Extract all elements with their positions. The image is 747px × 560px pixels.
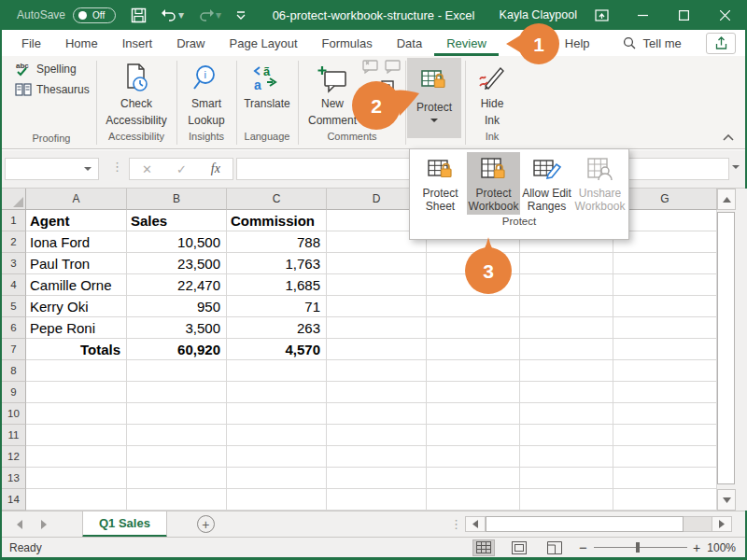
cell-G14[interactable] — [613, 489, 717, 511]
cell-C13[interactable] — [227, 468, 327, 489]
cell-G8[interactable] — [613, 360, 717, 382]
cell-C9[interactable] — [227, 382, 327, 403]
menu-item-allow-edit-ranges[interactable]: Allow Edit Ranges — [520, 152, 573, 215]
row-header-10[interactable]: 10 — [2, 403, 26, 425]
cell-G6[interactable] — [613, 317, 717, 339]
cell-G12[interactable] — [613, 446, 717, 468]
cell-E9[interactable] — [427, 382, 520, 403]
smart-lookup-button[interactable]: i Smart Lookup — [177, 60, 235, 136]
tab-file[interactable]: File — [9, 30, 53, 56]
thesaurus-button[interactable]: Thesaurus — [15, 80, 95, 99]
cell-A8[interactable] — [26, 360, 127, 382]
tell-me-box[interactable]: Tell me — [623, 36, 682, 50]
cell-F12[interactable] — [520, 446, 613, 468]
cell-C1[interactable]: Commission — [227, 210, 327, 231]
cell-G5[interactable] — [613, 296, 717, 317]
cell-A9[interactable] — [26, 382, 127, 403]
cell-F14[interactable] — [520, 489, 613, 511]
cell-F3[interactable] — [520, 253, 613, 274]
cell-D7[interactable] — [327, 339, 427, 360]
undo-caret-icon[interactable]: ▾ — [178, 8, 184, 21]
cell-E7[interactable] — [427, 339, 520, 360]
cell-A7[interactable]: Totals — [26, 339, 127, 360]
cell-D10[interactable] — [327, 403, 427, 425]
scroll-right-button[interactable] — [712, 516, 732, 532]
expand-formula-bar-icon[interactable] — [732, 165, 740, 169]
share-button[interactable] — [706, 33, 736, 54]
cell-C5[interactable]: 71 — [227, 296, 327, 317]
cell-C7[interactable]: 4,570 — [227, 339, 327, 360]
name-box-caret-icon[interactable] — [84, 167, 92, 171]
cell-A14[interactable] — [26, 489, 127, 511]
row-header-4[interactable]: 4 — [2, 274, 26, 296]
row-header-14[interactable]: 14 — [2, 489, 26, 511]
cell-B1[interactable]: Sales — [127, 210, 227, 231]
cancel-entry-icon[interactable]: ✕ — [142, 162, 152, 176]
cell-F5[interactable] — [520, 296, 613, 317]
cell-E10[interactable] — [427, 403, 520, 425]
column-header-A[interactable]: A — [26, 189, 127, 210]
cell-F8[interactable] — [520, 360, 613, 382]
select-all-corner[interactable] — [2, 189, 26, 210]
row-header-5[interactable]: 5 — [2, 296, 26, 317]
close-button[interactable] — [704, 0, 745, 30]
formula-bar-grip[interactable]: ⋮ — [111, 160, 124, 174]
cell-D9[interactable] — [327, 382, 427, 403]
cell-F11[interactable] — [520, 425, 613, 446]
cell-D11[interactable] — [327, 425, 427, 446]
normal-view-button[interactable] — [472, 539, 495, 556]
cell-B10[interactable] — [127, 403, 227, 425]
horizontal-scroll-track[interactable] — [684, 516, 712, 532]
previous-comment-button[interactable] — [385, 60, 402, 77]
cell-B12[interactable] — [127, 446, 227, 468]
cell-E5[interactable] — [427, 296, 520, 317]
cell-C14[interactable] — [227, 489, 327, 511]
menu-item-protect-sheet[interactable]: Protect Sheet — [414, 152, 467, 215]
cell-C11[interactable] — [227, 425, 327, 446]
cell-D14[interactable] — [327, 489, 427, 511]
cell-C10[interactable] — [227, 403, 327, 425]
user-name[interactable]: Kayla Claypool — [500, 8, 577, 21]
cell-A13[interactable] — [26, 468, 127, 489]
cell-C2[interactable]: 788 — [227, 231, 327, 253]
cell-F4[interactable] — [520, 274, 613, 296]
cell-D8[interactable] — [327, 360, 427, 382]
cell-D6[interactable] — [327, 317, 427, 339]
maximize-button[interactable] — [663, 0, 704, 30]
cell-E12[interactable] — [427, 446, 520, 468]
cell-A12[interactable] — [26, 446, 127, 468]
cell-F6[interactable] — [520, 317, 613, 339]
tab-draw[interactable]: Draw — [164, 30, 217, 56]
cell-E11[interactable] — [427, 425, 520, 446]
cell-G3[interactable] — [613, 253, 717, 274]
row-header-7[interactable]: 7 — [2, 339, 26, 360]
translate-button[interactable]: ã a Translate — [237, 60, 297, 136]
cell-B8[interactable] — [127, 360, 227, 382]
row-header-1[interactable]: 1 — [2, 210, 26, 231]
tab-page-layout[interactable]: Page Layout — [218, 30, 310, 56]
cell-C3[interactable]: 1,763 — [227, 253, 327, 274]
cell-F7[interactable] — [520, 339, 613, 360]
save-button[interactable] — [131, 7, 147, 23]
vertical-scrollbar[interactable] — [717, 189, 736, 511]
cell-B14[interactable] — [127, 489, 227, 511]
cell-G13[interactable] — [613, 468, 717, 489]
spelling-button[interactable]: abc Spelling — [15, 60, 95, 78]
tab-formulas[interactable]: Formulas — [310, 30, 385, 56]
tab-data[interactable]: Data — [385, 30, 434, 56]
page-break-preview-button[interactable] — [543, 539, 566, 556]
row-header-12[interactable]: 12 — [2, 446, 26, 468]
vertical-scroll-track[interactable] — [717, 210, 736, 489]
zoom-slider-thumb[interactable] — [636, 542, 640, 553]
zoom-in-button[interactable]: + — [693, 540, 700, 555]
next-sheet-icon[interactable] — [41, 520, 47, 529]
cell-B4[interactable]: 22,470 — [127, 274, 227, 296]
cell-E14[interactable] — [427, 489, 520, 511]
cell-D12[interactable] — [327, 446, 427, 468]
cell-G11[interactable] — [613, 425, 717, 446]
cell-A10[interactable] — [26, 403, 127, 425]
autosave-toggle[interactable]: Off — [73, 7, 116, 23]
horizontal-scroll-thumb[interactable] — [486, 516, 684, 532]
cell-G9[interactable] — [613, 382, 717, 403]
tab-review[interactable]: Review — [434, 30, 499, 56]
